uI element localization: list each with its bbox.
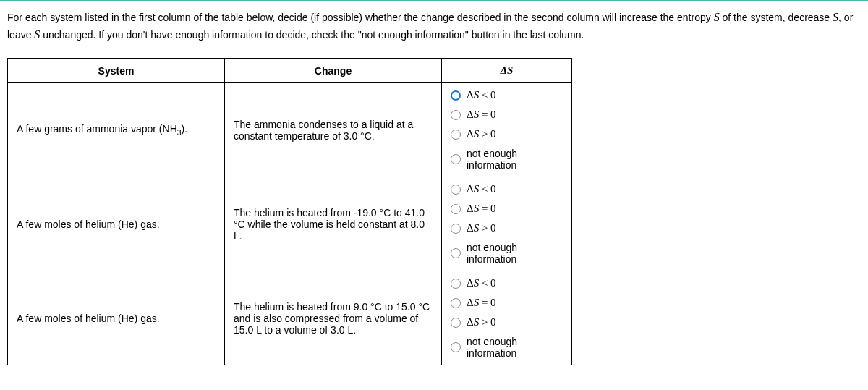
system-text: A few moles of helium (He) gas. (17, 313, 160, 324)
system-text: A few grams of ammonia vapor (NH (17, 123, 177, 135)
option-lt[interactable]: ΔS < 0 (451, 277, 563, 289)
change-cell: The helium is heated from 9.0 °C to 15.0… (225, 271, 442, 365)
radio-icon[interactable] (451, 224, 461, 234)
table-row: A few moles of helium (He) gas.The heliu… (8, 271, 572, 365)
options-group: ΔS < 0ΔS = 0ΔS > 0not enoughinformation (451, 183, 563, 265)
option-label: not enoughinformation (467, 148, 517, 171)
option-ne[interactable]: not enoughinformation (451, 336, 563, 359)
radio-icon[interactable] (451, 154, 461, 164)
options-cell: ΔS < 0ΔS = 0ΔS > 0not enoughinformation (442, 271, 572, 365)
entropy-table: System Change ΔS A few grams of ammonia … (7, 58, 572, 365)
option-gt[interactable]: ΔS > 0 (451, 128, 563, 140)
option-label: ΔS = 0 (467, 203, 496, 215)
option-label: ΔS > 0 (467, 128, 496, 140)
system-cell: A few moles of helium (He) gas. (8, 177, 225, 271)
options-cell: ΔS < 0ΔS = 0ΔS > 0not enoughinformation (442, 177, 572, 271)
instr-part4: unchanged. If you don't have enough info… (40, 29, 584, 41)
option-label: ΔS < 0 (467, 277, 496, 289)
system-cell: A few grams of ammonia vapor (NH3). (8, 83, 225, 177)
options-group: ΔS < 0ΔS = 0ΔS > 0not enoughinformation (451, 277, 563, 359)
instr-part2: of the system, decrease (723, 12, 833, 23)
radio-icon[interactable] (451, 130, 461, 140)
system-suffix: ). (182, 123, 188, 135)
option-label: ΔS = 0 (467, 109, 496, 121)
change-cell: The ammonia condenses to a liquid at a c… (225, 83, 442, 177)
header-change: Change (225, 59, 442, 83)
instr-var2: S (833, 11, 838, 23)
table-header-row: System Change ΔS (8, 59, 572, 83)
system-cell: A few moles of helium (He) gas. (8, 271, 225, 365)
option-label: ΔS > 0 (467, 222, 496, 234)
radio-icon[interactable] (451, 90, 461, 101)
radio-icon[interactable] (451, 110, 461, 120)
option-eq[interactable]: ΔS = 0 (451, 297, 563, 309)
option-ne[interactable]: not enoughinformation (451, 242, 563, 265)
option-gt[interactable]: ΔS > 0 (451, 222, 563, 234)
radio-icon[interactable] (451, 318, 461, 328)
radio-icon[interactable] (451, 185, 461, 195)
change-cell: The helium is heated from -19.0 °C to 41… (225, 177, 442, 271)
option-label: ΔS < 0 (467, 183, 496, 195)
table-row: A few grams of ammonia vapor (NH3).The a… (8, 83, 572, 177)
option-gt[interactable]: ΔS > 0 (451, 316, 563, 328)
options-cell: ΔS < 0ΔS = 0ΔS > 0not enoughinformation (442, 83, 572, 177)
header-ds: ΔS (442, 59, 572, 83)
instr-part1: For each system listed in the first colu… (7, 12, 714, 23)
radio-icon[interactable] (451, 298, 461, 308)
radio-icon[interactable] (451, 279, 461, 289)
option-label: not enoughinformation (467, 242, 517, 265)
radio-icon[interactable] (451, 204, 461, 214)
options-group: ΔS < 0ΔS = 0ΔS > 0not enoughinformation (451, 89, 563, 171)
instr-var1: S (714, 11, 720, 23)
option-label: ΔS > 0 (467, 316, 496, 328)
option-label: ΔS < 0 (467, 89, 496, 101)
header-system: System (8, 59, 225, 83)
radio-icon[interactable] (451, 342, 461, 352)
option-label: ΔS = 0 (467, 297, 496, 309)
option-eq[interactable]: ΔS = 0 (451, 109, 563, 121)
option-eq[interactable]: ΔS = 0 (451, 203, 563, 215)
radio-icon[interactable] (451, 248, 461, 258)
option-lt[interactable]: ΔS < 0 (451, 183, 563, 195)
option-lt[interactable]: ΔS < 0 (451, 89, 563, 101)
instructions-text: For each system listed in the first colu… (7, 9, 861, 43)
option-label: not enoughinformation (467, 336, 517, 359)
table-row: A few moles of helium (He) gas.The heliu… (8, 177, 572, 271)
option-ne[interactable]: not enoughinformation (451, 148, 563, 171)
system-text: A few moles of helium (He) gas. (17, 219, 160, 230)
